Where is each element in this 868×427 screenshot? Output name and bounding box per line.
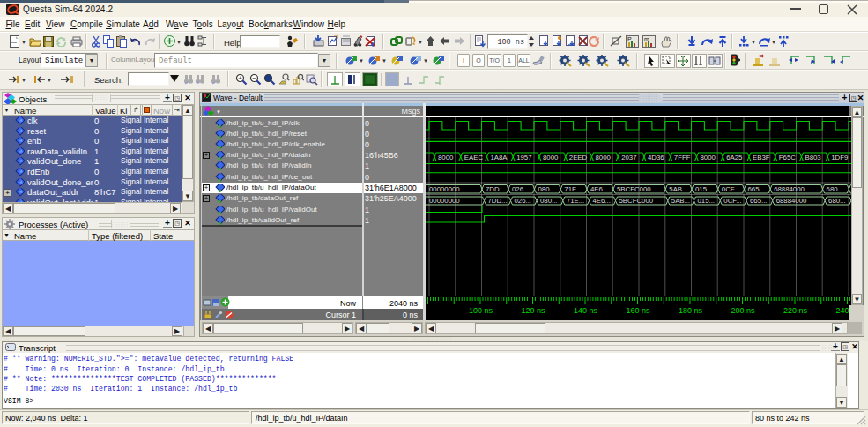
svg-text:6A25: 6A25 (726, 154, 743, 161)
svg-text:00000000: 00000000 (429, 185, 460, 193)
svg-text:8000: 8000 (438, 154, 454, 161)
svg-text:5BCFC000: 5BCFC000 (617, 185, 651, 193)
svg-text:680...: 680... (828, 197, 846, 205)
svg-text:1957: 1957 (516, 154, 531, 161)
svg-text:71E...: 71E... (567, 197, 584, 205)
svg-text:080...: 080... (540, 197, 558, 205)
svg-text:160 ns: 160 ns (626, 306, 650, 315)
svg-text:665...: 665... (748, 185, 766, 193)
svg-text:2EED: 2EED (569, 154, 588, 161)
svg-text:015...: 015... (698, 197, 716, 205)
svg-text:2037: 2037 (621, 154, 636, 161)
svg-text:026...: 026... (512, 185, 530, 193)
svg-text:8000: 8000 (543, 154, 559, 161)
svg-text:665...: 665... (750, 197, 768, 205)
svg-text:7DD...: 7DD... (488, 197, 508, 205)
svg-text:140 ns: 140 ns (574, 306, 598, 315)
svg-text:F65C: F65C (779, 154, 796, 161)
svg-text:4D36: 4D36 (648, 154, 664, 161)
svg-text:5BCFC000: 5BCFC000 (619, 197, 654, 205)
svg-text:680...: 680... (827, 185, 844, 193)
svg-text:71E...: 71E... (564, 185, 582, 193)
svg-text:7DD...: 7DD... (486, 185, 505, 193)
svg-text:7FFF: 7FFF (674, 154, 691, 161)
svg-text:0CF...: 0CF... (722, 185, 739, 193)
svg-text:180 ns: 180 ns (679, 306, 703, 315)
svg-text:+: + (238, 74, 242, 82)
svg-text:1DF9: 1DF9 (831, 154, 848, 161)
svg-text:8000: 8000 (596, 154, 612, 161)
svg-text:220 ns: 220 ns (783, 306, 808, 315)
svg-text:4E6...: 4E6... (590, 185, 608, 193)
svg-text:8000: 8000 (701, 154, 716, 161)
svg-text:68884000: 68884000 (774, 185, 805, 193)
svg-text:68884000: 68884000 (776, 197, 807, 205)
svg-text:080...: 080... (538, 185, 556, 193)
svg-text:5AB...: 5AB... (671, 197, 690, 205)
svg-text:0CF...: 0CF... (723, 197, 741, 205)
svg-text:120 ns: 120 ns (521, 306, 545, 315)
svg-text:00000000: 00000000 (429, 197, 460, 205)
svg-text:026...: 026... (515, 197, 532, 205)
svg-text:200 ns: 200 ns (731, 306, 755, 315)
svg-text:100 ns: 100 ns (469, 306, 493, 315)
svg-text:1A8A: 1A8A (491, 154, 508, 161)
svg-text:−: − (252, 74, 256, 82)
svg-text:B803: B803 (805, 154, 821, 161)
svg-text:015...: 015... (695, 185, 713, 193)
svg-text:4E6...: 4E6... (593, 197, 611, 205)
svg-text:EAEC: EAEC (464, 154, 484, 161)
svg-text:EB3F: EB3F (753, 154, 770, 161)
svg-text:5AB...: 5AB... (669, 185, 687, 193)
